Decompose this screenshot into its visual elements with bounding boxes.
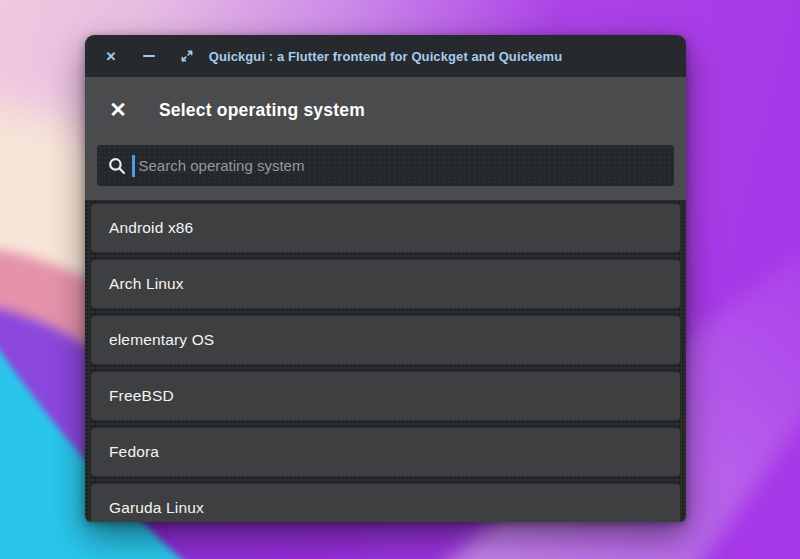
os-item-android-x86[interactable]: Android x86 bbox=[91, 204, 680, 252]
dialog-title: Select operating system bbox=[159, 100, 365, 121]
text-caret bbox=[132, 155, 135, 177]
dialog-header: ✕ Select operating system bbox=[85, 77, 686, 200]
os-list: Android x86 Arch Linux elementary OS Fre… bbox=[85, 200, 686, 522]
window-close-button[interactable]: ✕ bbox=[98, 43, 124, 69]
os-item-freebsd[interactable]: FreeBSD bbox=[91, 372, 680, 420]
dialog-title-row: ✕ Select operating system bbox=[108, 98, 663, 122]
maximize-icon bbox=[180, 49, 194, 63]
window-titlebar: ✕ Quickgui : a Flutter frontend for Quic… bbox=[85, 35, 686, 77]
search-field[interactable] bbox=[97, 145, 674, 186]
os-item-arch-linux[interactable]: Arch Linux bbox=[91, 260, 680, 308]
window-minimize-button[interactable] bbox=[136, 43, 162, 69]
quickgui-window: ✕ Quickgui : a Flutter frontend for Quic… bbox=[85, 35, 686, 522]
window-maximize-button[interactable] bbox=[174, 43, 200, 69]
minimize-icon bbox=[143, 55, 155, 58]
window-controls: ✕ bbox=[85, 43, 212, 69]
search-icon bbox=[107, 156, 127, 176]
search-input[interactable] bbox=[137, 150, 675, 182]
os-item-elementary-os[interactable]: elementary OS bbox=[91, 316, 680, 364]
os-item-fedora[interactable]: Fedora bbox=[91, 428, 680, 476]
os-item-garuda-linux[interactable]: Garuda Linux bbox=[91, 484, 680, 522]
dialog-close-icon[interactable]: ✕ bbox=[108, 100, 128, 120]
